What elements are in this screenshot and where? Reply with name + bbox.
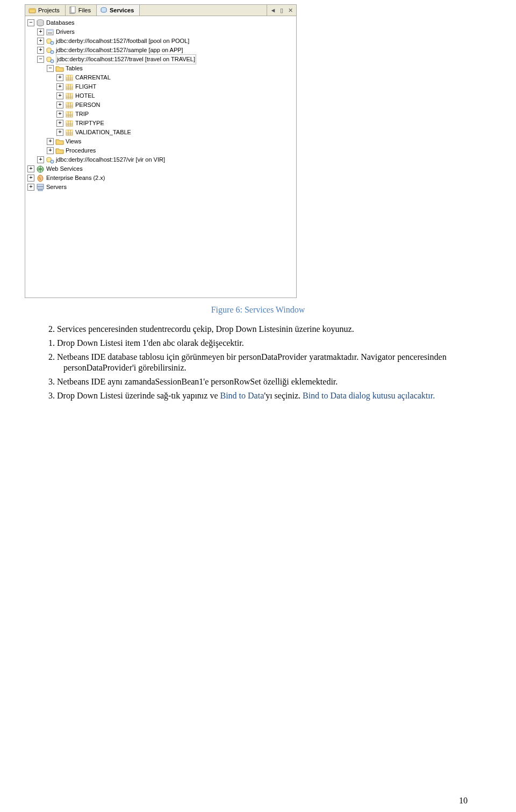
tree-node-conn-vir[interactable]: + jdbc:derby://localhost:1527/vir [vir o… <box>27 155 294 164</box>
svg-rect-62 <box>37 184 44 186</box>
expand-icon[interactable]: + <box>56 92 63 99</box>
tab-label: Files <box>78 7 91 13</box>
tree-node-conn-sample[interactable]: + jdbc:derby://localhost:1527/sample [ap… <box>27 46 294 55</box>
expand-icon[interactable]: + <box>27 184 34 191</box>
tree-node-drivers[interactable]: + Drivers <box>27 27 294 37</box>
db-connection-icon <box>46 46 54 55</box>
text-run-link: Bind to Data dialog kutusu açılacaktır. <box>303 391 435 400</box>
table-icon <box>65 92 74 100</box>
table-icon <box>65 119 74 128</box>
expand-icon[interactable]: + <box>56 102 63 108</box>
projects-icon <box>28 6 36 14</box>
tree-node-conn-travel[interactable]: − jdbc:derby://localhost:1527/travel [tr… <box>27 55 294 64</box>
svg-rect-29 <box>66 93 73 95</box>
node-label: Drivers <box>56 27 75 37</box>
table-icon <box>65 101 74 110</box>
files-icon <box>69 6 76 14</box>
figure-caption: Figure 6: Services Window <box>48 305 468 315</box>
collapse-icon[interactable]: − <box>27 19 34 26</box>
svg-rect-7 <box>47 30 53 31</box>
tree-node-enterprise-beans[interactable]: + Enterprise Beans (2.x) <box>27 173 294 183</box>
tree-node-conn-football[interactable]: + jdbc:derby://localhost:1527/football [… <box>27 37 294 46</box>
collapse-icon[interactable]: − <box>47 65 54 72</box>
expand-icon[interactable]: + <box>47 147 54 154</box>
panel-tabs: Projects Files Services ◄ ▯ ✕ <box>25 5 296 16</box>
list-item: 1. Drop Down Listesi item 1'den abc olar… <box>48 338 468 349</box>
svg-rect-17 <box>66 75 73 77</box>
svg-rect-9 <box>48 33 52 34</box>
tree-node-table-flight[interactable]: + FLIGHT <box>27 82 294 91</box>
text-run: 'yı seçiniz. <box>264 391 303 400</box>
services-panel: Projects Files Services ◄ ▯ ✕ − Database… <box>25 4 297 298</box>
tab-projects[interactable]: Projects <box>25 5 66 16</box>
expand-icon[interactable]: + <box>37 38 44 45</box>
folder-icon <box>55 147 64 155</box>
expand-icon[interactable]: + <box>56 83 63 90</box>
tree-node-table-hotel[interactable]: + HOTEL <box>27 91 294 100</box>
table-icon <box>65 128 74 137</box>
close-panel-button[interactable]: ✕ <box>286 6 294 14</box>
node-label: TRIP <box>75 110 89 119</box>
svg-point-59 <box>51 160 54 163</box>
node-label: HOTEL <box>75 91 95 100</box>
expand-icon[interactable]: + <box>27 165 34 172</box>
services-tree[interactable]: − Databases + Drivers + jdbc:derby://loc… <box>25 16 296 298</box>
tab-label: Services <box>110 7 134 13</box>
tree-node-databases[interactable]: − Databases <box>27 18 294 27</box>
tree-node-table-person[interactable]: + PERSON <box>27 100 294 110</box>
tree-node-procedures[interactable]: + Procedures <box>27 146 294 155</box>
tree-node-views[interactable]: + Views <box>27 137 294 146</box>
node-label: PERSON <box>75 100 100 110</box>
svg-rect-41 <box>66 112 73 113</box>
tab-files[interactable]: Files <box>66 5 97 16</box>
expand-icon[interactable]: + <box>56 111 63 118</box>
tree-node-table-trip[interactable]: + TRIP <box>27 110 294 119</box>
expand-icon[interactable]: + <box>56 129 63 136</box>
collapse-icon[interactable]: − <box>37 56 44 63</box>
document-body: Figure 6: Services Window 2. Services pe… <box>48 305 468 401</box>
svg-rect-35 <box>66 103 73 104</box>
list-item: 2. Netbeans IDE database tablosu için gö… <box>48 352 468 373</box>
expand-icon[interactable]: + <box>27 175 34 182</box>
tree-node-tables[interactable]: − Tables <box>27 64 294 73</box>
tree-node-table-triptype[interactable]: + TRIPTYPE <box>27 119 294 128</box>
svg-rect-8 <box>48 32 52 33</box>
svg-rect-64 <box>38 190 42 191</box>
list-item: 3. Netbeans IDE aynı zamandaSessionBean1… <box>48 376 468 387</box>
node-label: jdbc:derby://localhost:1527/football [po… <box>56 37 189 46</box>
node-label: Tables <box>66 64 83 73</box>
db-connection-icon <box>46 37 54 46</box>
tree-node-table-validation[interactable]: + VALIDATION_TABLE <box>27 128 294 137</box>
table-icon <box>65 74 74 82</box>
tab-services[interactable]: Services <box>97 5 140 16</box>
expand-icon[interactable]: + <box>37 28 44 35</box>
node-label: FLIGHT <box>75 82 96 91</box>
svg-rect-3 <box>71 6 75 13</box>
folder-icon <box>55 64 64 73</box>
expand-icon[interactable]: + <box>56 74 63 81</box>
node-label: TRIPTYPE <box>75 119 104 128</box>
tabs-controls: ◄ ▯ ✕ <box>267 5 296 16</box>
node-label: jdbc:derby://localhost:1527/sample [app … <box>56 46 183 55</box>
database-icon <box>36 19 45 27</box>
tree-node-web-services[interactable]: + Web Services <box>27 164 294 173</box>
table-icon <box>65 110 74 119</box>
scroll-left-button[interactable]: ◄ <box>269 6 277 14</box>
tree-node-table-carrental[interactable]: + CARRENTAL <box>27 73 294 82</box>
expand-icon[interactable]: + <box>37 47 44 54</box>
node-label: Servers <box>46 183 67 192</box>
expand-icon[interactable]: + <box>56 120 63 127</box>
minimize-panel-button[interactable]: ▯ <box>278 6 285 14</box>
node-label: Views <box>66 137 81 146</box>
tab-label: Projects <box>38 7 60 13</box>
svg-point-11 <box>51 41 54 45</box>
list-item: 3. Drop Down Listesi üzerinde sağ-tık ya… <box>48 390 468 401</box>
svg-point-13 <box>51 50 54 54</box>
expand-icon[interactable]: + <box>47 138 54 145</box>
tree-node-servers[interactable]: + Servers <box>27 183 294 192</box>
expand-icon[interactable]: + <box>37 156 44 163</box>
svg-rect-53 <box>66 130 73 132</box>
svg-rect-47 <box>66 121 73 122</box>
svg-rect-1 <box>29 9 35 10</box>
text-run: 3. Drop Down Listesi üzerinde sağ-tık ya… <box>48 391 220 400</box>
